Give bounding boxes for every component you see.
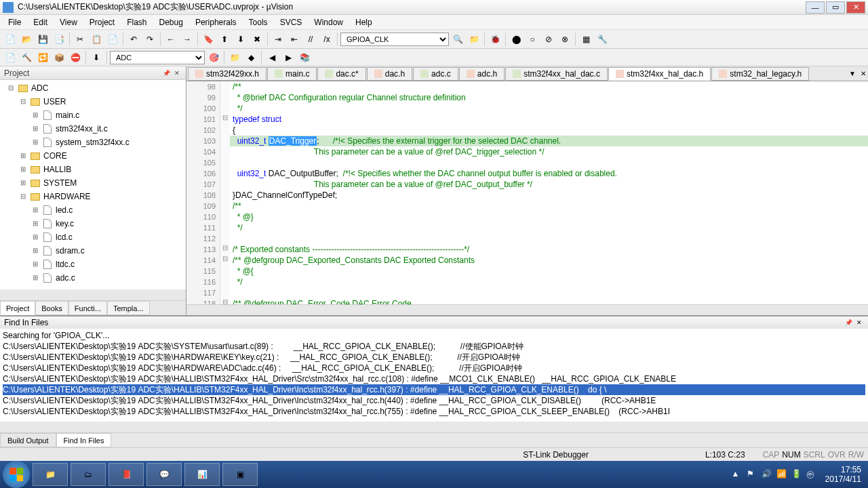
file-tab[interactable]: adc.c bbox=[413, 67, 458, 81]
tray-clock[interactable]: 17:55 2017/4/11 bbox=[821, 465, 865, 485]
menu-view[interactable]: View bbox=[54, 16, 83, 28]
tab-close-icon[interactable]: ✕ bbox=[859, 69, 868, 79]
bookmark-next-button[interactable]: ⬇ bbox=[233, 32, 248, 47]
tray-battery-icon[interactable]: 🔋 bbox=[791, 469, 802, 480]
bookmark-prev-button[interactable]: ⬆ bbox=[217, 32, 232, 47]
save-all-button[interactable]: 📑 bbox=[52, 32, 66, 47]
cut-button[interactable]: ✂ bbox=[73, 32, 87, 47]
find-results[interactable]: Searching for 'GPIOA_CLK'...C:\Users\ALI… bbox=[0, 329, 868, 422]
expand-icon[interactable]: ⊞ bbox=[31, 233, 39, 241]
save-button[interactable]: 💾 bbox=[35, 32, 50, 47]
bookmark-button[interactable]: 🔖 bbox=[201, 32, 216, 47]
tree-node[interactable]: ⊟USER bbox=[1, 95, 184, 108]
find-result-line[interactable]: C:\Users\ALIENTEK\Desktop\实验19 ADC实验\HAR… bbox=[3, 352, 865, 363]
redo-button[interactable]: ↷ bbox=[142, 32, 157, 47]
close-button[interactable]: ✕ bbox=[846, 1, 865, 14]
panel-tab-project[interactable]: Project bbox=[0, 301, 35, 315]
panel-tab-books[interactable]: Books bbox=[35, 301, 68, 315]
expand-icon[interactable]: ⊟ bbox=[19, 98, 27, 106]
expand-icon[interactable]: ⊞ bbox=[31, 274, 39, 282]
tab-dropdown-icon[interactable]: ▼ bbox=[848, 69, 857, 79]
find-hscroll[interactable] bbox=[0, 422, 868, 432]
expand-icon[interactable]: ⊟ bbox=[19, 192, 27, 201]
find-result-line[interactable]: C:\Users\ALIENTEK\Desktop\实验19 ADC实验\HAL… bbox=[3, 373, 865, 384]
menu-window[interactable]: Window bbox=[309, 16, 349, 28]
target-combo[interactable]: ADC bbox=[110, 51, 205, 64]
nav-back-button[interactable]: ← bbox=[163, 32, 178, 47]
tray-flag-icon[interactable]: ⚑ bbox=[747, 469, 757, 480]
expand-icon[interactable]: ⊞ bbox=[31, 206, 39, 214]
tree-node[interactable]: ⊞main.c bbox=[1, 108, 184, 122]
file-tab[interactable]: dac.h bbox=[367, 67, 412, 81]
find-tab-build-output[interactable]: Build Output bbox=[0, 433, 56, 447]
download-button[interactable]: ⬇ bbox=[89, 50, 104, 65]
comment-button[interactable]: // bbox=[303, 32, 318, 47]
project-tree[interactable]: ⊟ADC⊟USER⊞main.c⊞stm32f4xx_it.c⊞system_s… bbox=[0, 80, 186, 289]
tray-up-icon[interactable]: ▲ bbox=[732, 469, 743, 480]
start-button[interactable] bbox=[3, 461, 30, 488]
debug-button[interactable]: 🐞 bbox=[488, 32, 502, 47]
tray-ime-icon[interactable]: ㊥ bbox=[806, 469, 817, 480]
outdent-button[interactable]: ⇤ bbox=[287, 32, 302, 47]
tree-node[interactable]: ⊞system_stm32f4xx.c bbox=[1, 136, 184, 149]
expand-icon[interactable]: ⊞ bbox=[19, 152, 27, 160]
menu-project[interactable]: Project bbox=[84, 16, 120, 28]
find-tab-find-in-files[interactable]: Find In Files bbox=[56, 433, 112, 447]
tree-node[interactable]: ⊞key.c bbox=[1, 217, 184, 230]
tree-node[interactable]: ⊞stm32f4xx_it.c bbox=[1, 122, 184, 136]
menu-file[interactable]: File bbox=[3, 16, 26, 28]
books-button[interactable]: 📚 bbox=[297, 50, 312, 65]
code-lines[interactable]: /** * @brief DAC Configuration regular C… bbox=[230, 81, 868, 304]
copy-button[interactable]: 📋 bbox=[89, 32, 104, 47]
rebuild-button[interactable]: 🔁 bbox=[35, 50, 50, 65]
task-folder[interactable]: 🗂 bbox=[71, 463, 106, 486]
indent-button[interactable]: ⇥ bbox=[271, 32, 285, 47]
manage-rte-button[interactable]: ◆ bbox=[243, 50, 258, 65]
menu-debug[interactable]: Debug bbox=[154, 16, 189, 28]
code-area[interactable]: 9899100101102103104105106107108109110111… bbox=[186, 81, 868, 304]
manage-project-button[interactable]: 📁 bbox=[227, 50, 242, 65]
menu-help[interactable]: Help bbox=[350, 16, 378, 28]
task-wechat[interactable]: 💬 bbox=[146, 463, 182, 486]
task-foxit[interactable]: 📕 bbox=[108, 463, 144, 486]
tree-node[interactable]: ⊞SYSTEM bbox=[1, 176, 184, 190]
menu-svcs[interactable]: SVCS bbox=[275, 16, 308, 28]
expand-icon[interactable]: ⊟ bbox=[7, 84, 15, 92]
task-powerpoint[interactable]: 📊 bbox=[184, 463, 220, 486]
config-button[interactable]: 🔧 bbox=[595, 32, 610, 47]
tree-node[interactable]: ⊞led.c bbox=[1, 203, 184, 217]
stop-build-button[interactable]: ⛔ bbox=[68, 50, 83, 65]
find-combo[interactable]: GPIOA_CLK bbox=[340, 33, 449, 46]
select-pack-button[interactable]: ◀ bbox=[264, 50, 279, 65]
tray-speaker-icon[interactable]: 🔊 bbox=[762, 469, 772, 480]
bookmark-clear-button[interactable]: ✖ bbox=[250, 32, 264, 47]
expand-icon[interactable]: ⊞ bbox=[31, 125, 39, 133]
menu-tools[interactable]: Tools bbox=[243, 16, 273, 28]
tree-node[interactable]: ⊟HARDWARE bbox=[1, 190, 184, 203]
maximize-button[interactable]: ▭ bbox=[826, 1, 845, 14]
panel-tab-functi[interactable]: Functi... bbox=[68, 301, 107, 315]
expand-icon[interactable]: ⊞ bbox=[31, 260, 39, 268]
new-button[interactable]: 📄 bbox=[3, 32, 18, 47]
undo-button[interactable]: ↶ bbox=[126, 32, 141, 47]
editor-hscroll[interactable] bbox=[186, 304, 868, 315]
pack-install-button[interactable]: ▶ bbox=[281, 50, 296, 65]
open-button[interactable]: 📂 bbox=[19, 32, 34, 47]
task-explorer[interactable]: 📁 bbox=[33, 463, 68, 486]
build-button[interactable]: 🔨 bbox=[19, 50, 34, 65]
file-tab[interactable]: stm32f4xx_hal_dac.h bbox=[608, 67, 711, 81]
task-uvision[interactable]: ▣ bbox=[222, 463, 258, 486]
panel-close-icon[interactable]: ✕ bbox=[172, 68, 182, 78]
file-tab[interactable]: stm32f429xx.h bbox=[188, 67, 267, 81]
find-in-files-button[interactable]: 📁 bbox=[467, 32, 481, 47]
file-tab[interactable]: main.c bbox=[267, 67, 317, 81]
tree-hscroll[interactable] bbox=[0, 289, 186, 300]
tree-node[interactable]: ⊞lcd.c bbox=[1, 230, 184, 244]
find-button[interactable]: 🔍 bbox=[450, 32, 465, 47]
find-result-line[interactable]: C:\Users\ALIENTEK\Desktop\实验19 ADC实验\HAL… bbox=[3, 395, 865, 406]
file-tab[interactable]: stm32_hal_legacy.h bbox=[711, 67, 809, 81]
file-tab[interactable]: dac.c* bbox=[317, 67, 366, 81]
tree-node[interactable]: ⊞CORE bbox=[1, 149, 184, 163]
minimize-button[interactable]: — bbox=[806, 1, 825, 14]
find-result-line[interactable]: C:\Users\ALIENTEK\Desktop\实验19 ADC实验\HAL… bbox=[3, 406, 865, 417]
